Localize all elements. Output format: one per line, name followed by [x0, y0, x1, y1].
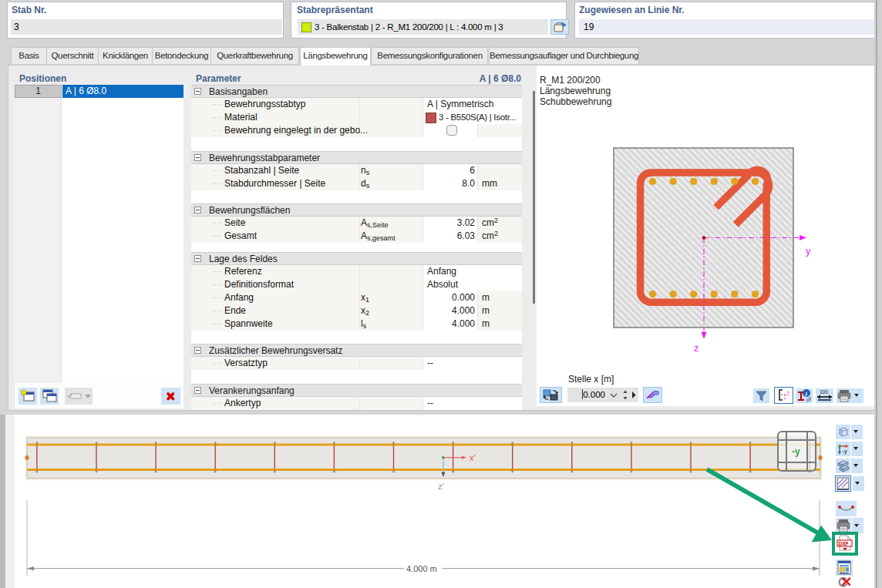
svg-text:4.000 m: 4.000 m [406, 564, 437, 573]
svg-text:z': z' [438, 482, 444, 491]
svg-text:100: 100 [820, 389, 828, 395]
svg-text:-y: -y [792, 446, 800, 457]
svg-text:x': x' [470, 453, 476, 462]
svg-text:-y: -y [842, 448, 847, 455]
svg-text:DXF: DXF [839, 541, 849, 546]
svg-text:y: y [806, 245, 811, 257]
svg-text:z: z [694, 342, 699, 354]
